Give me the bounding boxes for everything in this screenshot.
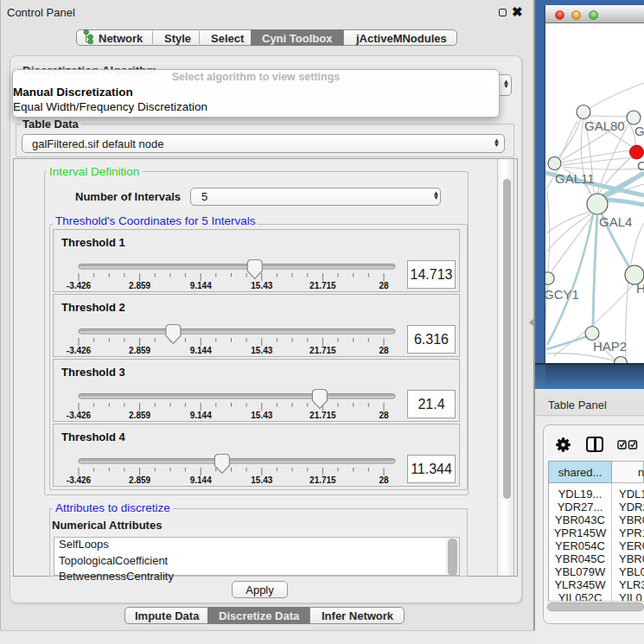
- svg-text:15.43: 15.43: [251, 411, 272, 420]
- svg-text:GAL80: GAL80: [584, 118, 625, 133]
- svg-text:2.859: 2.859: [129, 281, 150, 290]
- svg-text:HAP2: HAP2: [593, 339, 627, 354]
- svg-text:28: 28: [379, 411, 389, 420]
- svg-text:21.715: 21.715: [309, 475, 336, 485]
- svg-text:-3.426: -3.426: [67, 346, 92, 355]
- svg-text:15.43: 15.43: [251, 475, 272, 485]
- svg-text:9.144: 9.144: [190, 475, 212, 485]
- svg-text:21.715: 21.715: [309, 281, 336, 290]
- svg-text:2.859: 2.859: [129, 475, 150, 485]
- svg-text:GA: GA: [634, 124, 644, 138]
- svg-text:-3.426: -3.426: [67, 475, 92, 485]
- svg-text:15.43: 15.43: [251, 281, 272, 290]
- svg-text:21.715: 21.715: [309, 411, 336, 420]
- svg-text:9.144: 9.144: [190, 346, 212, 355]
- svg-text:GCY1: GCY1: [545, 287, 579, 302]
- svg-text:21.715: 21.715: [309, 346, 336, 355]
- svg-text:GAL11: GAL11: [555, 171, 595, 186]
- svg-text:28: 28: [379, 346, 389, 355]
- svg-text:28: 28: [379, 475, 389, 485]
- svg-text:-3.426: -3.426: [67, 411, 92, 420]
- svg-text:C: C: [637, 158, 644, 173]
- svg-text:28: 28: [379, 281, 389, 290]
- svg-text:-3.426: -3.426: [67, 281, 92, 290]
- svg-text:2.859: 2.859: [129, 346, 150, 355]
- svg-text:9.144: 9.144: [190, 281, 212, 290]
- svg-text:9.144: 9.144: [190, 411, 212, 420]
- svg-text:GAL4: GAL4: [599, 214, 632, 229]
- svg-text:H: H: [636, 281, 644, 296]
- svg-text:2.859: 2.859: [129, 411, 150, 420]
- svg-text:15.43: 15.43: [251, 346, 272, 355]
